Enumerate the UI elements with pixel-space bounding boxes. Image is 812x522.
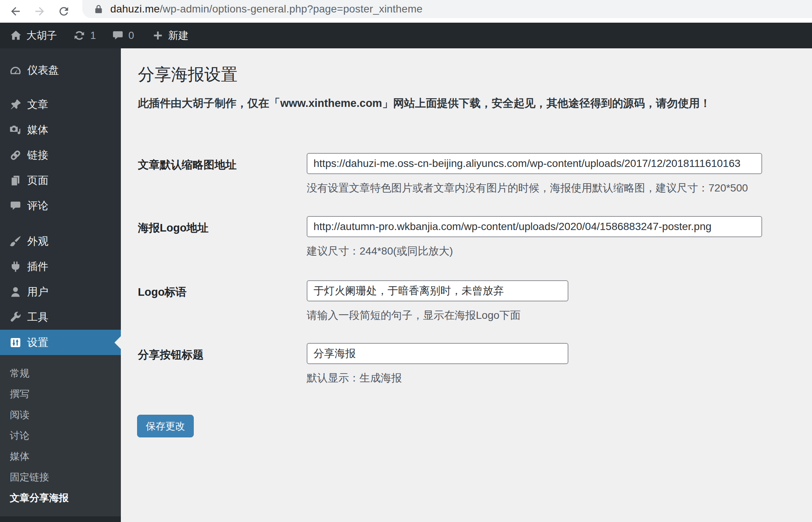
comment-count: 0 <box>128 30 134 42</box>
form-row-thumbnail-url: 文章默认缩略图地址 没有设置文章特色图片或者文章内没有图片的时候，海报使用默认缩… <box>138 153 762 195</box>
sidebar-item-tools[interactable]: 工具 <box>0 304 121 330</box>
submenu-item-general[interactable]: 常规 <box>0 363 121 384</box>
sidebar-item-label: 媒体 <box>27 123 48 137</box>
wordpress-admin-page: dahuzi.me/wp-admin/options-general.php?p… <box>0 0 812 522</box>
admin-bar-updates[interactable]: 1 <box>73 29 96 42</box>
page-title: 分享海报设置 <box>138 63 238 86</box>
admin-bar-comments[interactable]: 0 <box>112 29 134 42</box>
logo-url-input[interactable] <box>307 216 762 237</box>
menu-separator <box>0 218 121 229</box>
share-button-title-input[interactable] <box>307 343 568 364</box>
tools-icon <box>9 311 22 324</box>
sidebar-item-label: 文章 <box>27 97 48 112</box>
sidebar-item-comments[interactable]: 评论 <box>0 193 121 218</box>
admin-bar-site[interactable]: 大胡子 <box>10 29 57 42</box>
lock-icon[interactable] <box>94 4 103 14</box>
url-text: dahuzi.me/wp-admin/options-general.php?p… <box>110 3 423 15</box>
comments-icon <box>9 199 22 212</box>
wp-admin-bar: 大胡子 1 0 新建 <box>0 23 812 48</box>
refresh-icon <box>57 5 70 18</box>
browser-forward-button[interactable] <box>31 3 48 20</box>
browser-refresh-button[interactable] <box>55 3 73 20</box>
update-icon <box>73 29 86 42</box>
sidebar-item-label: 插件 <box>27 259 48 274</box>
links-icon <box>9 149 22 162</box>
forward-arrow-icon <box>33 5 46 18</box>
logo-slogan-input[interactable] <box>307 280 568 301</box>
browser-back-button[interactable] <box>7 3 24 20</box>
back-arrow-icon <box>9 5 22 18</box>
url-domain: dahuzi.me <box>110 3 160 15</box>
form-row-share-button-title: 分享按钮标题 默认显示：生成海报 <box>138 343 568 385</box>
plugins-icon <box>9 260 22 273</box>
new-label: 新建 <box>168 29 188 42</box>
submenu-item-permalinks[interactable]: 固定链接 <box>0 467 121 488</box>
thumbnail-url-input[interactable] <box>307 153 762 174</box>
plus-icon <box>152 30 164 41</box>
admin-bar-new[interactable]: 新建 <box>152 29 188 42</box>
sidebar-item-users[interactable]: 用户 <box>0 279 121 304</box>
field-help-text: 默认显示：生成海报 <box>307 371 568 385</box>
field-help-text: 建议尺寸：244*80(或同比放大) <box>307 244 762 258</box>
address-bar[interactable]: dahuzi.me/wp-admin/options-general.php?p… <box>82 0 812 18</box>
media-icon <box>9 124 22 136</box>
submenu-item-discussion[interactable]: 讨论 <box>0 425 121 446</box>
menu-separator <box>0 83 121 92</box>
sidebar-item-label: 评论 <box>27 199 48 213</box>
home-icon <box>10 29 22 42</box>
save-changes-button[interactable]: 保存更改 <box>137 415 194 437</box>
dashboard-icon <box>9 64 22 77</box>
appearance-icon <box>9 235 22 248</box>
sidebar-item-label: 设置 <box>27 335 48 350</box>
submenu-item-media[interactable]: 媒体 <box>0 446 121 467</box>
settings-page-content: 分享海报设置 此插件由大胡子制作，仅在「www.xintheme.com」网站上… <box>121 48 812 522</box>
url-path: /wp-admin/options-general.php?page=poste… <box>160 3 423 15</box>
field-label: Logo标语 <box>138 280 307 323</box>
update-count: 1 <box>90 30 96 42</box>
sidebar-item-label: 链接 <box>27 148 48 162</box>
sidebar-item-settings[interactable]: 设置 <box>0 330 121 355</box>
form-row-logo-slogan: Logo标语 请输入一段简短的句子，显示在海报Logo下面 <box>138 280 568 323</box>
sidebar-item-label: 用户 <box>27 285 48 299</box>
browser-toolbar: dahuzi.me/wp-admin/options-general.php?p… <box>0 0 812 23</box>
sidebar-item-pages[interactable]: 页面 <box>0 168 121 193</box>
sidebar-item-dashboard[interactable]: 仪表盘 <box>0 57 121 83</box>
field-label: 分享按钮标题 <box>138 343 307 385</box>
field-label: 文章默认缩略图地址 <box>138 153 307 195</box>
sidebar-footer-strip <box>0 516 121 522</box>
sidebar-item-appearance[interactable]: 外观 <box>0 229 121 254</box>
submenu-item-share-poster[interactable]: 文章分享海报 <box>0 488 121 508</box>
submenu-item-writing[interactable]: 撰写 <box>0 384 121 405</box>
plugin-description: 此插件由大胡子制作，仅在「www.xintheme.com」网站上面提供下载，安… <box>138 96 711 111</box>
sidebar-item-label: 仪表盘 <box>27 63 59 77</box>
users-icon <box>9 286 22 298</box>
wp-sidebar: 仪表盘 文章 媒体 <box>0 48 121 522</box>
sidebar-item-posts[interactable]: 文章 <box>0 92 121 117</box>
sidebar-item-label: 工具 <box>27 310 48 324</box>
pages-icon <box>9 174 22 187</box>
site-name: 大胡子 <box>26 29 57 42</box>
sidebar-item-label: 外观 <box>27 234 48 249</box>
sidebar-item-plugins[interactable]: 插件 <box>0 254 121 279</box>
settings-submenu: 常规 撰写 阅读 讨论 媒体 固定链接 文章分享海报 <box>0 355 121 516</box>
submenu-item-reading[interactable]: 阅读 <box>0 405 121 425</box>
sidebar-item-media[interactable]: 媒体 <box>0 117 121 142</box>
posts-icon <box>9 98 22 111</box>
settings-icon <box>9 336 22 349</box>
sidebar-item-links[interactable]: 链接 <box>0 142 121 168</box>
form-row-logo-url: 海报Logo地址 建议尺寸：244*80(或同比放大) <box>138 216 762 258</box>
field-help-text: 请输入一段简短的句子，显示在海报Logo下面 <box>307 308 568 323</box>
field-help-text: 没有设置文章特色图片或者文章内没有图片的时候，海报使用默认缩略图，建议尺寸：72… <box>307 181 762 195</box>
sidebar-item-label: 页面 <box>27 173 48 188</box>
comment-icon <box>112 29 124 42</box>
field-label: 海报Logo地址 <box>138 216 307 258</box>
